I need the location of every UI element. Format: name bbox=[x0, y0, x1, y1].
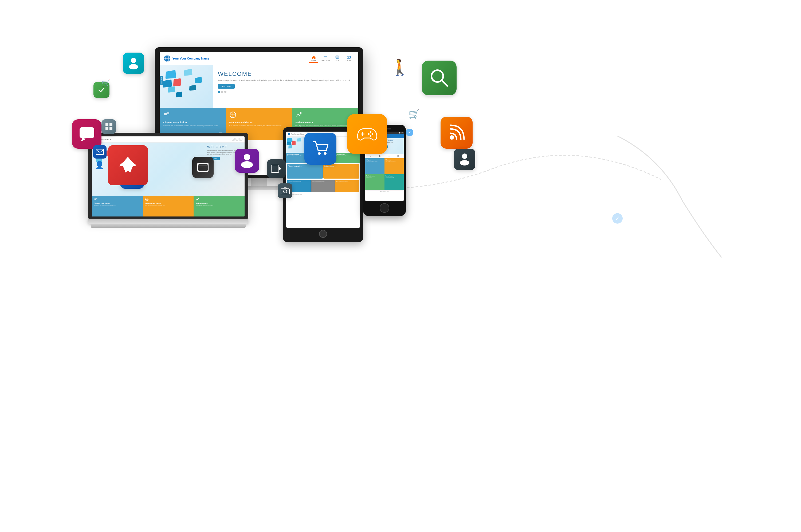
tile-b-title: Sed vel dictum bbox=[324, 165, 358, 167]
svg-rect-21 bbox=[96, 149, 103, 155]
hero-content: WELCOME Maecenas egestas sapien sit amet… bbox=[213, 65, 358, 108]
read-more-btn[interactable]: Read More bbox=[218, 84, 235, 89]
hero-body: Maecenas egestas sapien sit amet magna l… bbox=[218, 79, 354, 82]
phone-signal: ▐▐▐ bbox=[398, 132, 400, 133]
phone-cards: Aliquam Vestibulum ante ipsum primis... … bbox=[365, 158, 404, 190]
tablet-tile-b: Sed vel dictum bbox=[323, 164, 359, 178]
laptop-nav-blog: ✎ bbox=[239, 138, 243, 141]
svg-rect-36 bbox=[110, 127, 112, 130]
phone-card-2: Maecenas Nulla odio purus, hendrerit... bbox=[384, 158, 404, 174]
laptop-card-2-title: Maecenas vel dictum bbox=[145, 202, 192, 204]
gamepad-icon bbox=[347, 114, 387, 154]
tile-1 bbox=[165, 70, 176, 79]
nav-home-label: HOME bbox=[311, 59, 316, 61]
laptop-card-1: Aliquam eratvolution Vestibulum ante ips… bbox=[92, 196, 143, 216]
row2-c-text: Sed do eiusmod tempor... bbox=[336, 181, 358, 182]
laptop-nav: ⌂ ≡ ✎ bbox=[232, 138, 243, 141]
laptop-nav-home: ⌂ bbox=[232, 138, 235, 141]
svg-point-51 bbox=[318, 152, 321, 155]
phone-home-button[interactable] bbox=[380, 203, 389, 213]
svg-marker-20 bbox=[120, 157, 136, 172]
tile-a-title: Aliquam eratvolution bbox=[288, 165, 322, 167]
laptop-card-2: Maecenas vel dictum Nulla odio purus, he… bbox=[143, 196, 194, 216]
phone-card-4: Lorem ipsum Consectetur adipiscing... bbox=[384, 174, 404, 190]
svg-point-57 bbox=[370, 135, 371, 137]
svg-point-55 bbox=[370, 131, 371, 133]
tablet-home-button[interactable] bbox=[319, 230, 327, 238]
check-badge-right: ✓ bbox=[406, 129, 413, 136]
tablet-tiles bbox=[286, 137, 305, 153]
video2-icon bbox=[267, 159, 286, 178]
tablet-row2-b: Consectetur adipiscing elit... bbox=[311, 180, 335, 192]
laptop-card-1-body: Vestibulum ante ipsum primis in faucibus… bbox=[94, 205, 141, 206]
laptop-card-3-body: Cras dignissim, placerat ullamcorper. bbox=[196, 205, 243, 206]
laptop-screen: Your Company N... ⌂ ≡ ✎ bbox=[92, 136, 245, 216]
cart-cyan-right-icon: 🛒 bbox=[408, 109, 420, 119]
laptop-base bbox=[91, 224, 246, 228]
phone-nav-home[interactable]: ⌂ bbox=[370, 155, 371, 157]
svg-point-46 bbox=[241, 161, 253, 168]
nav-blog[interactable]: BLOG bbox=[333, 54, 342, 63]
person-purple-icon bbox=[235, 149, 259, 173]
tablet-row2: Lorem ipsum dolor sit amet... Consectetu… bbox=[286, 179, 360, 193]
laptop-card-2-body: Nulla odio purus, hendrerit ut facilisis… bbox=[145, 205, 192, 206]
phone-footer: About · Privacy · Contact bbox=[365, 190, 404, 193]
laptop-hero: WELCOME Maecenas egestas sapien sit amet… bbox=[92, 142, 245, 196]
phone-card-2-body: Nulla odio purus, hendrerit... bbox=[385, 161, 403, 162]
svg-rect-47 bbox=[271, 165, 279, 172]
tablet-more-content: Aliquam eratvolution Sed vel dictum bbox=[286, 163, 360, 179]
svg-rect-13 bbox=[347, 56, 350, 58]
dot-2 bbox=[221, 91, 223, 93]
tile-2 bbox=[163, 79, 172, 87]
svg-rect-34 bbox=[110, 123, 112, 126]
cart-blue-icon bbox=[304, 133, 337, 165]
feature-3-title: Sed malesuada bbox=[295, 121, 355, 124]
svg-marker-32 bbox=[81, 138, 86, 141]
hero-section: FEEDBACK WELCOME Maecenas egestas sapien… bbox=[160, 65, 358, 108]
nav-contact[interactable]: CONTACT bbox=[343, 54, 355, 63]
search-green-icon bbox=[422, 61, 457, 95]
svg-rect-42 bbox=[207, 170, 208, 171]
tablet-tile-a: Aliquam eratvolution bbox=[287, 164, 323, 178]
tablet-logo: Your Company Name bbox=[288, 133, 304, 135]
main-scene: ✓ bbox=[53, 26, 748, 506]
laptop-hinge bbox=[88, 218, 248, 224]
hero-title: WELCOME bbox=[218, 71, 354, 77]
phone-nav-mail[interactable]: ✉ bbox=[397, 155, 399, 157]
cart-small-icon: 🛒 bbox=[101, 79, 110, 88]
svg-point-27 bbox=[288, 133, 290, 135]
svg-rect-40 bbox=[207, 163, 208, 165]
person-icon bbox=[123, 53, 144, 74]
phone-card-3-body: Cras dignissim... bbox=[366, 177, 383, 178]
phone-nav-menu[interactable]: ≡ bbox=[388, 155, 389, 157]
svg-rect-35 bbox=[106, 127, 109, 130]
nav-home[interactable]: HOME bbox=[309, 54, 318, 63]
svg-rect-7 bbox=[324, 56, 327, 57]
svg-point-62 bbox=[462, 153, 467, 159]
site-header: Your Your Company Name HOME bbox=[160, 52, 358, 65]
tab-tile-4 bbox=[288, 145, 292, 148]
grid-icon bbox=[101, 119, 116, 134]
laptop-card-3-title: Sed malesuada bbox=[196, 202, 243, 204]
laptop-nav-about: ≡ bbox=[235, 138, 239, 141]
person-cyan-right-icon: 🚶 bbox=[390, 58, 410, 77]
tile-5 bbox=[176, 92, 183, 97]
feedback-tab[interactable]: FEEDBACK bbox=[160, 76, 163, 85]
tablet-card-3: Sed malesuada Cras dignissim, placerat u… bbox=[335, 153, 360, 163]
laptop-card-1-title: Aliquam eratvolution bbox=[94, 202, 141, 204]
svg-point-63 bbox=[460, 160, 470, 166]
phone-nav: ⌂ ⊞ ≡ ✉ bbox=[365, 154, 404, 158]
nav-about-label: ABOUT US bbox=[322, 59, 330, 61]
logo-company: Your Company Name bbox=[180, 57, 209, 60]
phone-nav-search[interactable]: ⊞ bbox=[379, 155, 380, 157]
tile-4 bbox=[168, 86, 175, 92]
tab-tile-5 bbox=[297, 138, 301, 141]
svg-rect-15 bbox=[167, 112, 169, 114]
svg-rect-39 bbox=[197, 163, 199, 165]
chat-icon bbox=[72, 119, 101, 149]
tile-3 bbox=[173, 78, 181, 86]
nav-about[interactable]: ABOUT US bbox=[319, 54, 332, 63]
svg-point-58 bbox=[368, 133, 369, 135]
nav: HOME ABOUT US bbox=[309, 54, 355, 63]
laptop-bezel: Your Company N... ⌂ ≡ ✎ bbox=[88, 133, 248, 218]
